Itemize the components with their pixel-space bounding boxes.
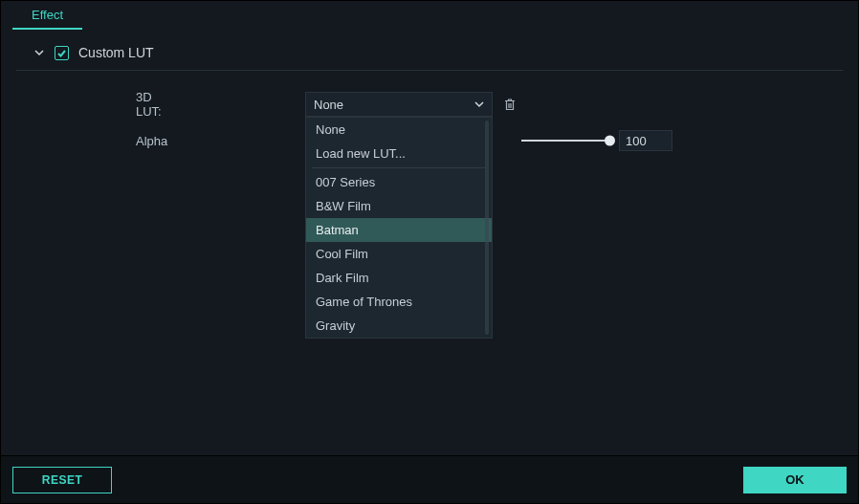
- row-3d-lut: 3D LUT: None None Load new LUT... 007 Se…: [1, 92, 858, 117]
- dropdown-3d-lut: None Load new LUT... 007 Series B&W Film…: [305, 117, 493, 339]
- dropdown-divider: [312, 167, 486, 168]
- ok-button[interactable]: OK: [743, 467, 847, 493]
- dropdown-item-none[interactable]: None: [306, 118, 492, 142]
- alpha-slider[interactable]: [518, 140, 609, 142]
- footer: RESET OK: [1, 455, 858, 503]
- select-3d-lut[interactable]: None None Load new LUT... 007 Series B&W…: [305, 92, 493, 117]
- slider-fill: [521, 140, 609, 142]
- slider-track[interactable]: [521, 140, 609, 142]
- tab-bar: Effect: [1, 1, 858, 30]
- dropdown-item-007-series[interactable]: 007 Series: [306, 170, 492, 194]
- chevron-down-icon: [474, 98, 484, 112]
- reset-button[interactable]: RESET: [12, 467, 112, 493]
- dropdown-item-gravity[interactable]: Gravity: [306, 314, 492, 338]
- label-3d-lut: 3D LUT:: [18, 90, 176, 119]
- select-3d-lut-value: None: [314, 98, 343, 112]
- label-alpha: Alpha: [18, 134, 176, 148]
- dropdown-item-load-new-lut[interactable]: Load new LUT...: [306, 142, 492, 165]
- effect-panel: Effect Custom LUT 3D LUT: None None Load…: [0, 0, 859, 504]
- dropdown-item-dark-film[interactable]: Dark Film: [306, 266, 492, 290]
- tab-effect[interactable]: Effect: [12, 1, 82, 30]
- dropdown-item-cool-film[interactable]: Cool Film: [306, 242, 492, 266]
- section-header-custom-lut[interactable]: Custom LUT: [16, 30, 843, 71]
- chevron-down-icon: [33, 47, 45, 58]
- dropdown-item-game-of-thrones[interactable]: Game of Thrones: [306, 290, 492, 314]
- dropdown-item-batman[interactable]: Batman: [306, 218, 492, 242]
- slider-thumb[interactable]: [605, 136, 615, 146]
- alpha-input[interactable]: [619, 130, 672, 151]
- trash-icon[interactable]: [502, 97, 518, 112]
- custom-lut-checkbox[interactable]: [55, 46, 69, 60]
- dropdown-item-bw-film[interactable]: B&W Film: [306, 194, 492, 218]
- dropdown-scrollbar[interactable]: [485, 121, 489, 335]
- section-title: Custom LUT: [78, 45, 154, 60]
